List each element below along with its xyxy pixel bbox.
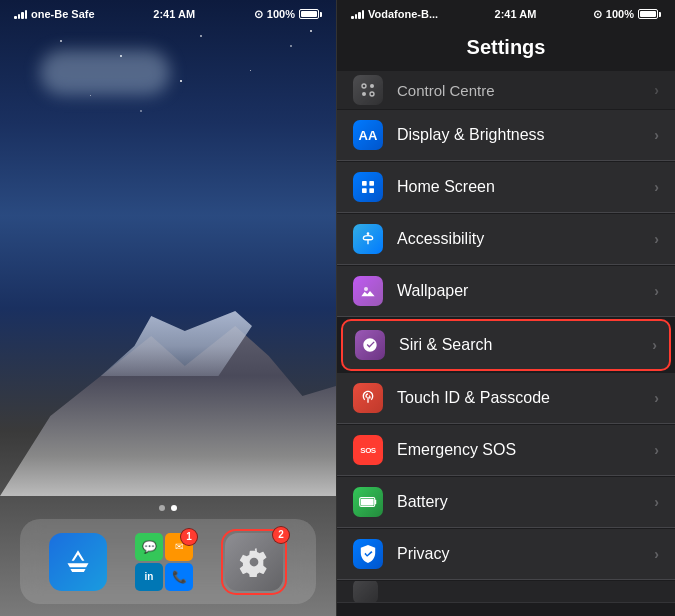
svg-point-0 [362, 84, 366, 88]
home-screen-icon [353, 172, 383, 202]
messages-badge: 1 [180, 528, 198, 546]
control-centre-chevron: › [654, 82, 659, 98]
touch-id-chevron: › [654, 390, 659, 406]
page-dots [0, 505, 336, 511]
settings-item-battery[interactable]: Battery › [337, 477, 675, 528]
settings-item-wallpaper[interactable]: Wallpaper › [337, 266, 675, 317]
battery-label-left: 100% [267, 8, 295, 20]
partial-icon [353, 581, 378, 603]
carrier-label: one-Be Safe [31, 8, 95, 20]
svg-point-9 [364, 287, 368, 291]
accessibility-chevron: › [654, 231, 659, 247]
status-bar-right: Vodafone-B... 2:41 AM ⊙ 100% [337, 0, 675, 28]
time-right: 2:41 AM [495, 8, 537, 20]
home-screen-chevron: › [654, 179, 659, 195]
accessibility-label: Accessibility [397, 230, 654, 248]
mountain [0, 296, 336, 496]
settings-wrap[interactable]: 2 [221, 529, 287, 595]
control-centre-icon [353, 75, 383, 105]
phone-app: 📞 [165, 563, 193, 591]
time-label-left: 2:41 AM [153, 8, 195, 20]
control-centre-label: Control Centre [397, 82, 654, 99]
settings-item-privacy[interactable]: Privacy › [337, 529, 675, 580]
battery-label: Battery [397, 493, 654, 511]
stars [0, 0, 336, 200]
home-screen-label: Home Screen [397, 178, 654, 196]
display-brightness-label: Display & Brightness [397, 126, 654, 144]
page-dot-2 [171, 505, 177, 511]
svg-rect-4 [362, 181, 367, 186]
svg-rect-12 [361, 499, 374, 506]
svg-point-2 [362, 92, 366, 96]
emergency-sos-icon: SOS [353, 435, 383, 465]
svg-point-1 [370, 84, 374, 88]
app-store-icon[interactable] [49, 533, 107, 591]
svg-rect-7 [369, 188, 374, 193]
battery-icon-right [638, 9, 661, 19]
battery-pct-right: 100% [606, 8, 634, 20]
settings-item-home-screen[interactable]: Home Screen › [337, 162, 675, 213]
emergency-sos-label: Emergency SOS [397, 441, 654, 459]
settings-item-emergency-sos[interactable]: SOS Emergency SOS › [337, 425, 675, 476]
messages-group-wrap: 1 💬 ✉ in 📞 [135, 533, 193, 591]
privacy-chevron: › [654, 546, 659, 562]
page-dot-1 [159, 505, 165, 511]
accessibility-icon [353, 224, 383, 254]
settings-item-partial [337, 581, 675, 603]
settings-item-touch-id[interactable]: Touch ID & Passcode › [337, 373, 675, 424]
right-phone: Vodafone-B... 2:41 AM ⊙ 100% Settings Co… [337, 0, 675, 616]
svg-point-3 [370, 92, 374, 96]
wallpaper-label: Wallpaper [397, 282, 654, 300]
signal-icon-right [351, 9, 364, 19]
settings-title: Settings [353, 36, 659, 59]
display-brightness-icon: AA [353, 120, 383, 150]
cloud [40, 50, 170, 95]
settings-header: Settings [337, 28, 675, 71]
emergency-sos-chevron: › [654, 442, 659, 458]
svg-rect-11 [375, 500, 377, 505]
lock-icon: ⊙ [254, 8, 263, 21]
battery-chevron: › [654, 494, 659, 510]
battery-icon-menu [353, 487, 383, 517]
display-brightness-chevron: › [654, 127, 659, 143]
wallpaper-chevron: › [654, 283, 659, 299]
siri-search-chevron: › [652, 337, 657, 353]
settings-badge: 2 [272, 526, 290, 544]
settings-item-display-brightness[interactable]: AA Display & Brightness › [337, 110, 675, 161]
signal-icon [14, 9, 27, 19]
touch-id-icon [353, 383, 383, 413]
partial-top-item: Control Centre › [337, 71, 675, 109]
touch-id-label: Touch ID & Passcode [397, 389, 654, 407]
settings-item-siri-search[interactable]: Siri & Search › [341, 319, 671, 371]
carrier-right: Vodafone-B... [368, 8, 438, 20]
privacy-label: Privacy [397, 545, 654, 563]
left-phone: one-Be Safe 2:41 AM ⊙ 100% 1 💬 [0, 0, 337, 616]
svg-point-8 [367, 232, 370, 235]
svg-rect-5 [369, 181, 374, 186]
svg-rect-6 [362, 188, 367, 193]
siri-icon [355, 330, 385, 360]
battery-icon-left [299, 9, 322, 19]
siri-search-label: Siri & Search [399, 336, 652, 354]
settings-item-accessibility[interactable]: Accessibility › [337, 214, 675, 265]
wallpaper-icon [353, 276, 383, 306]
dock: 1 💬 ✉ in 📞 2 [20, 519, 316, 604]
status-bar-left: one-Be Safe 2:41 AM ⊙ 100% [0, 0, 336, 28]
messages-app: 💬 [135, 533, 163, 561]
lock-icon-right: ⊙ [593, 8, 602, 21]
privacy-icon [353, 539, 383, 569]
linkedin-app: in [135, 563, 163, 591]
settings-list: AA Display & Brightness › Home Screen › [337, 110, 675, 604]
